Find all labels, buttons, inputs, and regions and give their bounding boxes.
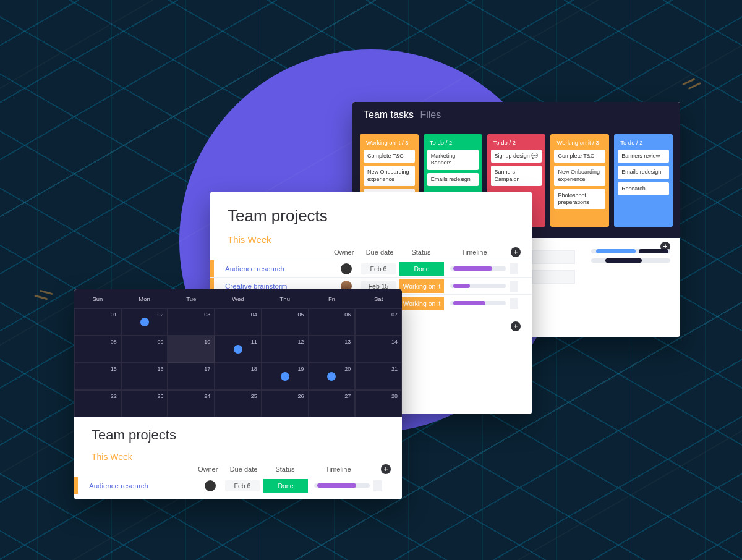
calendar-date: 24 [204,393,210,399]
calendar-date: 25 [251,393,257,399]
kanban-card[interactable]: Banners review [618,150,669,163]
kanban-card[interactable]: Photoshoot preperations [554,189,605,210]
calendar-date: 14 [391,339,398,345]
calendar-day-header: Fri [309,289,356,308]
kanban-card[interactable]: New Onboarding experience [364,166,415,186]
kanban-card[interactable]: Banners Campaign [491,166,542,186]
kanban-card[interactable]: Research [618,182,669,195]
calendar-day-header: Sat [355,289,402,308]
calendar-date: 21 [391,366,398,372]
calendar-day-header: Mon [121,289,168,308]
kanban-card[interactable]: Complete T&C [364,150,415,163]
owner-cell[interactable] [331,263,361,274]
status-cell[interactable] [532,250,575,264]
calendar-cell[interactable]: 14 [355,336,402,363]
avatar [341,263,352,274]
calendar-day-header: Wed [215,289,262,308]
calendar-date: 04 [251,312,257,318]
calendar-date: 26 [298,393,304,399]
due-cell[interactable]: Feb 6 [361,263,396,274]
calendar-cell[interactable]: 05 [262,308,309,336]
col-due: Due date [362,248,397,256]
timeline-cell[interactable] [450,284,506,288]
timeline-cell[interactable] [314,483,370,488]
calendar-cell[interactable]: 12 [262,336,309,363]
add-button[interactable]: + [511,247,521,257]
task-name[interactable]: Creative brainstorm [214,282,331,290]
kanban-column[interactable]: To do / 2Banners reviewEmails redesignRe… [614,134,673,227]
event-dot-icon [281,372,289,381]
kanban-card[interactable]: Signup design💬 [491,150,542,163]
calendar-cell[interactable]: 18 [215,363,262,390]
calendar-date: 18 [251,366,257,372]
kanban-column[interactable]: Working on it / 3Complete T&CNew Onboard… [550,134,609,227]
kanban-titlebar: Team tasks Files [352,102,680,128]
calendar-cell[interactable]: 19 [262,363,309,390]
calendar-cell[interactable]: 03 [168,308,215,336]
calendar-header: SunMonTueWedThuFriSat [74,289,402,308]
calendar-grid: 0102030405060708091011121314151617181920… [74,308,402,417]
column-header: To do / 2 [618,138,669,150]
calendar-date: 05 [298,312,304,318]
timeline-cell[interactable] [450,301,506,305]
avatar [205,480,216,491]
kanban-card[interactable]: Emails redesign [427,173,479,186]
table-row[interactable]: Audience researchFeb 6Done [74,477,402,494]
calendar-cell[interactable]: 01 [74,308,121,336]
calendar-cell[interactable]: 09 [121,336,168,363]
kanban-card[interactable]: New Onboarding experience [554,166,605,186]
status-pill[interactable]: Working on it [399,297,444,310]
kanban-title: Team tasks [364,109,414,120]
due-cell[interactable]: Feb 6 [225,480,260,491]
front-panel: SunMonTueWedThuFriSat 010203040506070809… [74,289,402,499]
calendar-date: 12 [298,339,304,345]
task-name[interactable]: Audience research [78,482,195,490]
calendar-date: 15 [111,366,117,372]
calendar-cell[interactable]: 22 [74,390,121,417]
add-button[interactable]: + [511,321,521,331]
calendar-date: 09 [157,339,163,345]
event-dot-icon [140,318,149,326]
calendar-cell[interactable]: 04 [215,308,262,336]
calendar-cell[interactable]: 20 [309,363,356,390]
calendar-cell[interactable]: 08 [74,336,121,363]
calendar-cell[interactable]: 10 [168,336,215,363]
add-button[interactable]: + [381,464,391,474]
calendar-cell[interactable]: 17 [168,363,215,390]
calendar-cell[interactable]: 15 [74,363,121,390]
kanban-subtitle: Files [420,109,441,120]
calendar-cell[interactable]: 26 [262,390,309,417]
group-label: This Week [210,229,532,247]
column-header: Working on it / 3 [364,138,415,150]
status-pill[interactable]: Working on it [399,279,444,293]
owner-cell[interactable] [195,480,225,491]
calendar-date: 16 [157,366,163,372]
calendar-cell[interactable]: 02 [121,308,168,336]
calendar-cell[interactable]: 13 [309,336,356,363]
calendar-cell[interactable]: 23 [121,390,168,417]
timeline-cell[interactable] [450,266,506,271]
status-pill[interactable]: Done [263,479,308,493]
calendar-cell[interactable]: 06 [309,308,356,336]
status-cell[interactable] [532,270,575,284]
row-end [510,281,518,292]
calendar-cell[interactable]: 28 [355,390,402,417]
status-pill[interactable]: Done [399,262,444,276]
calendar-cell[interactable]: 27 [309,390,356,417]
table-row[interactable]: Audience researchFeb 6Done [210,260,532,277]
calendar-cell[interactable]: 21 [355,363,402,390]
calendar-cell[interactable]: 11 [215,336,262,363]
row-end [510,263,518,274]
row-end [373,480,382,491]
kanban-card[interactable]: Complete T&C [554,150,605,163]
kanban-card[interactable]: Emails redesign [618,166,669,179]
calendar-cell[interactable]: 25 [215,390,262,417]
task-name[interactable]: Audience research [214,265,331,273]
calendar-date: 03 [204,312,210,318]
projects-rows: Audience researchFeb 6Done [74,477,402,494]
kanban-card[interactable]: Marketing Banners [427,150,479,170]
calendar-cell[interactable]: 16 [121,363,168,390]
calendar-cell[interactable]: 24 [168,390,215,417]
calendar-cell[interactable]: 07 [355,308,402,336]
col-due: Due date [226,465,261,473]
